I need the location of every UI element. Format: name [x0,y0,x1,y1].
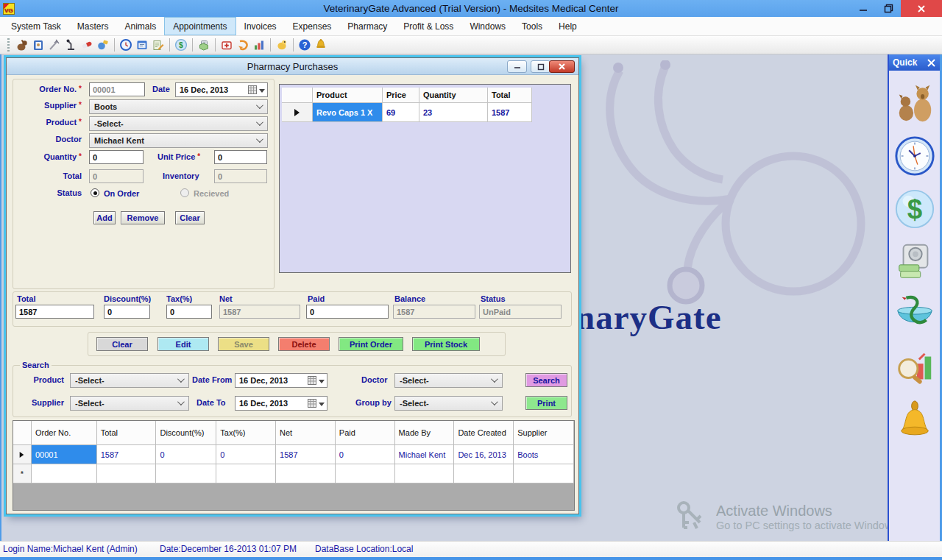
row-selector[interactable] [282,103,313,122]
col-tax[interactable]: Tax(%) [216,421,276,445]
cell-tax[interactable]: 0 [216,445,276,464]
empty-cell[interactable] [395,464,455,483]
cell-supplier[interactable]: Boots [514,445,574,464]
clock-icon[interactable] [893,135,936,177]
menu-item-appointments[interactable]: Appointments [164,17,236,35]
dog-icon[interactable] [15,38,29,52]
quantity-input[interactable] [89,150,144,164]
cell-discount[interactable]: 0 [156,445,216,464]
cell-total[interactable]: 1587 [488,103,532,122]
clear-button[interactable]: Clear [96,337,148,351]
col-order-no[interactable]: Order No. [32,421,97,445]
print-stock-button[interactable]: Print Stock [412,337,480,351]
col-discount[interactable]: Discount(%) [156,421,216,445]
cell-total[interactable]: 1587 [97,445,157,464]
delete-button[interactable]: Delete [278,337,330,351]
col-product[interactable]: Product [313,88,383,103]
remove-button[interactable]: Remove [121,211,165,224]
calendar-icon[interactable] [135,38,149,52]
cell-product[interactable]: Revo Caps 1 X [313,103,383,122]
calendar-icon[interactable] [308,376,316,385]
records-book-icon[interactable] [32,38,45,52]
reports-icon[interactable] [893,347,936,389]
clock-icon[interactable] [119,38,132,52]
menu-item-masters[interactable]: Masters [69,17,117,35]
grooming-icon[interactable] [96,38,110,52]
col-total[interactable]: Total [97,421,157,445]
add-button[interactable]: Add [93,211,116,224]
empty-cell[interactable] [216,464,276,483]
help-icon[interactable]: ? [298,38,311,52]
firstaid-cart-icon[interactable] [220,38,233,52]
print-button[interactable]: Print [525,396,567,410]
date-picker[interactable]: 16 Dec, 2013 [175,82,268,97]
expense-box-icon[interactable] [197,38,210,52]
minimize-button[interactable] [851,0,876,17]
stock-chart-icon[interactable] [252,38,266,52]
items-grid-row[interactable]: Revo Caps 1 X 69 23 1587 [282,103,570,122]
whip-icon[interactable] [48,38,61,52]
col-date-created[interactable]: Date Created [454,421,514,445]
menu-item-pharmacy[interactable]: Pharmacy [339,17,395,35]
save-button[interactable]: Save [218,337,269,351]
col-quantity[interactable]: Quantity [419,88,488,103]
tax-input[interactable] [166,305,212,319]
order-no-input[interactable] [89,82,145,96]
product-combo[interactable]: -Select- [89,116,268,131]
discount-input[interactable] [104,305,150,319]
clear-line-button[interactable]: Clear [175,211,205,224]
menu-item-invoices[interactable]: Invoices [236,17,285,35]
dollar-globe-icon[interactable]: $ [174,38,188,52]
menu-item-system-task[interactable]: System Task [3,17,69,35]
close-button[interactable] [901,0,942,17]
cell-net[interactable]: 1587 [276,445,336,464]
col-supplier[interactable]: Supplier [514,421,574,445]
empty-cell[interactable] [336,464,395,483]
col-paid[interactable]: Paid [336,421,395,445]
search-supplier-combo[interactable]: -Select- [70,396,189,411]
restore-button[interactable] [876,0,901,17]
empty-cell[interactable] [514,464,574,483]
menu-item-help[interactable]: Help [550,17,585,35]
paid-input[interactable] [306,305,389,319]
date-dropdown-arrow[interactable] [259,89,265,93]
col-total[interactable]: Total [488,88,532,103]
date-dropdown-arrow[interactable] [319,380,325,383]
microscope-icon[interactable] [64,38,77,52]
empty-cell[interactable] [156,464,216,483]
dialog-minimize-button[interactable] [507,60,527,73]
dialog-titlebar[interactable]: Pharmacy Purchases [7,58,578,75]
col-net[interactable]: Net [276,421,336,445]
alert-icon[interactable] [275,38,288,52]
empty-cell[interactable] [32,464,97,483]
undo-arrow-icon[interactable] [236,38,249,52]
calendar-icon[interactable] [308,399,316,408]
group-by-combo[interactable]: -Select- [394,396,503,411]
cell-order-no[interactable]: 00001 [32,445,97,464]
on-order-radio[interactable] [91,188,99,197]
menu-item-tools[interactable]: Tools [514,17,550,35]
edit-button[interactable]: Edit [157,337,209,351]
menu-item-profit-loss[interactable]: Profit & Loss [395,17,461,35]
empty-cell[interactable] [97,464,157,483]
dialog-close-button[interactable] [549,60,575,73]
reminder-bell-icon[interactable] [893,400,936,442]
date-to-picker[interactable]: 16 Dec, 2013 [235,396,327,411]
cell-made-by[interactable]: Michael Kent [395,445,455,464]
cell-paid[interactable]: 0 [336,445,395,464]
cashbox-icon[interactable] [893,241,936,283]
capsule-icon[interactable] [80,38,93,52]
calendar-icon[interactable] [248,85,257,94]
orders-grid-new-row[interactable]: * [13,464,574,483]
search-doctor-combo[interactable]: -Select- [394,373,503,388]
empty-cell[interactable] [454,464,514,483]
total-input[interactable] [15,305,94,319]
unit-price-input[interactable] [214,150,267,164]
menu-item-windows[interactable]: Windows [461,17,514,35]
row-selector[interactable] [13,445,32,464]
search-button[interactable]: Search [525,373,567,387]
menu-item-expenses[interactable]: Expenses [285,17,340,35]
empty-cell[interactable] [276,464,336,483]
pharmacy-icon[interactable] [893,294,936,336]
quick-close-icon[interactable] [927,58,936,68]
